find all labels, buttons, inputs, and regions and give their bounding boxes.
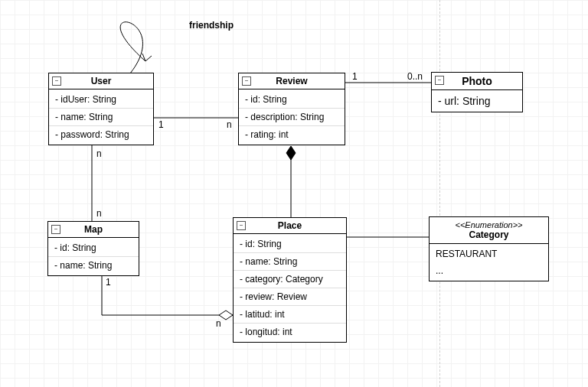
mult-review-photo-1: 1 [352, 71, 358, 82]
collapse-icon[interactable]: – [435, 76, 444, 85]
diamond-composition [286, 146, 296, 160]
uml-canvas: friendship 1 n 1 0..n n n 1 n – User - i… [0, 0, 588, 387]
class-user-name: User [91, 76, 112, 86]
assoc-friendship [120, 22, 145, 73]
attr: - id: String [48, 239, 139, 256]
class-user-body: - idUser: String - name: String - passwo… [49, 89, 153, 145]
attr: - id: String [239, 91, 345, 108]
class-map[interactable]: – Map - id: String - name: String [47, 221, 139, 276]
attr: - password: String [49, 125, 153, 143]
mult-user-map-top: n [96, 148, 102, 159]
enum-category[interactable]: <<Enumeration>> Category RESTAURANT ... [429, 216, 549, 281]
attr: - latitud: int [234, 305, 346, 323]
attr: - url: String [432, 92, 522, 110]
class-photo-header: – Photo [432, 73, 522, 90]
mult-user-map-bot: n [96, 208, 102, 219]
mult-map-place-1: 1 [106, 277, 111, 288]
attr: - category: Category [234, 270, 346, 288]
attr: - name: String [49, 108, 153, 125]
enum-literal: RESTAURANT [430, 246, 548, 262]
class-place[interactable]: – Place - id: String - name: String - ca… [233, 217, 347, 343]
mult-map-place-n: n [216, 318, 221, 329]
collapse-icon[interactable]: – [242, 76, 251, 86]
class-map-header: – Map [48, 222, 139, 238]
class-photo-name: Photo [462, 75, 492, 87]
class-review-name: Review [276, 76, 307, 86]
class-review[interactable]: – Review - id: String - description: Str… [238, 73, 345, 145]
enum-literal: ... [430, 262, 548, 279]
label-friendship: friendship [189, 20, 234, 31]
diamond-aggregation [219, 311, 233, 320]
class-review-body: - id: String - description: String - rat… [239, 89, 345, 145]
attr: - longitud: int [234, 323, 346, 340]
attr: - idUser: String [49, 91, 153, 108]
attr: - name: String [234, 252, 346, 270]
class-place-header: – Place [234, 218, 346, 234]
class-review-header: – Review [239, 73, 345, 89]
attr: - review: Review [234, 288, 346, 305]
class-user[interactable]: – User - idUser: String - name: String -… [48, 73, 154, 145]
collapse-icon[interactable]: – [51, 225, 60, 234]
attr: - description: String [239, 108, 345, 125]
class-user-header: – User [49, 73, 153, 89]
collapse-icon[interactable]: – [52, 76, 61, 86]
class-photo[interactable]: – Photo - url: String [431, 72, 523, 112]
mult-review-photo-0n: 0..n [407, 71, 423, 82]
enum-name: Category [430, 229, 548, 244]
class-map-name: Map [84, 224, 103, 235]
class-photo-body: - url: String [432, 90, 522, 112]
collapse-icon[interactable]: – [237, 221, 246, 230]
enum-stereotype: <<Enumeration>> [430, 217, 548, 229]
enum-body: RESTAURANT ... [430, 244, 548, 281]
agg-map-place [102, 275, 233, 315]
class-map-body: - id: String - name: String [48, 238, 139, 275]
attr: - id: String [234, 236, 346, 252]
attr: - rating: int [239, 125, 345, 143]
attr: - name: String [48, 256, 139, 274]
class-place-name: Place [278, 220, 302, 231]
mult-user-review-1: 1 [158, 119, 164, 130]
class-place-body: - id: String - name: String - category: … [234, 234, 346, 342]
mult-user-review-n: n [227, 119, 232, 130]
